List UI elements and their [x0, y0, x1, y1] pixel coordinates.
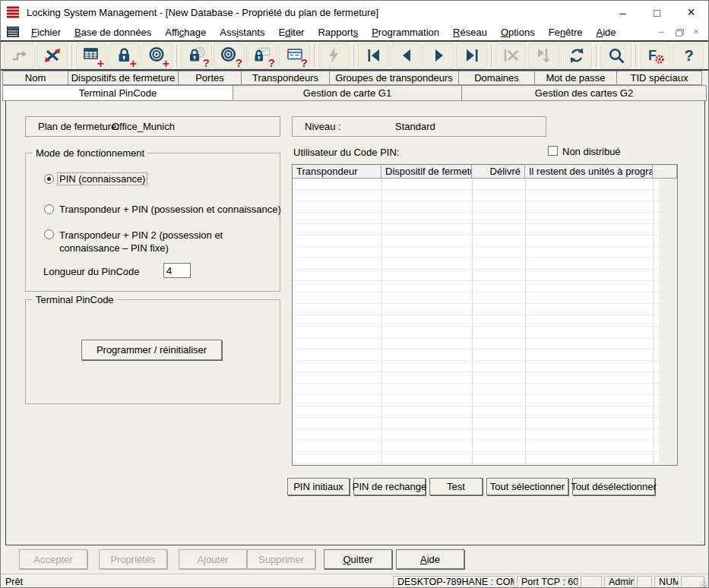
mdi-close-icon[interactable]: ×: [690, 27, 702, 37]
pin-de-rechange-button[interactable]: PIN de rechange: [353, 478, 426, 495]
menu-aide[interactable]: Aide: [590, 25, 623, 40]
menu-fenetre[interactable]: Fenêtre: [542, 25, 590, 40]
add-locking-device-icon[interactable]: +: [109, 43, 140, 68]
status-panel-empty-2: [637, 576, 652, 588]
mdi-restore-icon[interactable]: [673, 27, 685, 37]
window-title: Locking System Management - [New Databas…: [27, 7, 606, 18]
read-mifare-device-icon[interactable]: ?: [246, 43, 277, 68]
connect-icon: [4, 43, 35, 68]
question-badge: ?: [236, 57, 242, 69]
tab-terminal-pincode[interactable]: Terminal PinCode: [2, 85, 233, 101]
radio-pin[interactable]: [44, 174, 54, 184]
tab-row-2: Terminal PinCode Gestion de carte G1 Ges…: [2, 85, 706, 101]
read-network-icon[interactable]: ?: [279, 43, 310, 68]
toolbar-separator: [176, 44, 177, 67]
status-bar: Prêt DESKTOP-789HANE : COM(*) Port TCP :…: [1, 574, 708, 588]
tab-dispositifs-de-fermeture[interactable]: Dispositifs de fermeture: [68, 71, 179, 85]
menu-options[interactable]: Options: [494, 25, 542, 40]
jump-record-icon: [528, 43, 559, 68]
test-button[interactable]: Test: [429, 478, 483, 495]
quitter-button[interactable]: Quitter: [324, 549, 392, 569]
maximize-icon[interactable]: □: [640, 1, 674, 24]
non-distribue-label[interactable]: Non distribué: [562, 146, 621, 157]
col-transpondeur[interactable]: Transpondeur: [293, 165, 381, 179]
menu-affichage[interactable]: Affichage: [158, 25, 213, 40]
program-icon: [318, 43, 350, 68]
new-locking-plan-icon[interactable]: +: [76, 43, 107, 68]
plus-badge: +: [97, 58, 104, 70]
read-locking-device-icon[interactable]: ?: [181, 43, 212, 68]
tab-gestion-de-carte-g1[interactable]: Gestion de carte G1: [233, 85, 462, 101]
disconnect-icon[interactable]: [36, 43, 68, 68]
menu-rapports[interactable]: Rapports: [311, 25, 365, 40]
table-body[interactable]: [293, 179, 677, 465]
svg-text:?: ?: [684, 47, 693, 64]
col-delivre[interactable]: Délivré: [472, 165, 525, 179]
tout-selectionner-button[interactable]: Tout sélectionner: [486, 478, 568, 495]
menu-reseau[interactable]: Réseau: [446, 25, 494, 40]
filter-settings-icon[interactable]: F: [640, 43, 671, 68]
first-record-icon[interactable]: [358, 43, 389, 68]
status-com-port: DESKTOP-789HANE : COM(*): [393, 576, 514, 588]
mdi-document-icon: [7, 27, 20, 38]
menu-programmation[interactable]: Programmation: [365, 25, 446, 40]
aide-button[interactable]: Aide: [396, 549, 464, 569]
pin-length-label: Longueur du PinCode: [43, 266, 140, 277]
toolbar-separator: [71, 44, 72, 67]
tab-tid-speciaux[interactable]: TID spéciaux: [616, 71, 702, 85]
menu-assistants[interactable]: Assistants: [213, 25, 271, 40]
non-distribue-checkbox[interactable]: [548, 146, 558, 156]
question-badge: ?: [268, 57, 275, 69]
niveau-value: Standard: [395, 121, 435, 132]
radio-transpondeur-pin[interactable]: [44, 204, 54, 214]
menu-bar: Fichier Base de données Affichage Assist…: [1, 24, 708, 40]
next-record-icon[interactable]: [423, 43, 454, 68]
radio-transpondeur-pin2[interactable]: [44, 229, 54, 239]
help-icon[interactable]: ?: [673, 43, 704, 68]
menu-editer[interactable]: Editer: [271, 25, 311, 40]
terminal-group-title: Terminal PinCode: [33, 294, 117, 305]
refresh-icon[interactable]: [561, 43, 592, 68]
status-tcp-port: Port TCP : 6001: [517, 576, 578, 588]
col-il-restent[interactable]: Il restent des unités à programmer: [525, 165, 653, 179]
proprietes-button: Propriétés: [99, 549, 167, 569]
status-num-lock: NUM: [654, 576, 679, 588]
pin-length-input[interactable]: [163, 263, 191, 278]
radio-transpondeur-pin2-label[interactable]: Transpondeur + PIN 2 (possession et conn…: [59, 229, 274, 254]
minimize-icon[interactable]: –: [606, 1, 640, 24]
tab-transpondeurs[interactable]: Transpondeurs: [241, 71, 330, 85]
last-record-icon[interactable]: [456, 43, 487, 68]
close-icon[interactable]: ×: [674, 1, 708, 24]
question-badge: ?: [203, 57, 210, 69]
radio-pin-label[interactable]: PIN (connaissance): [57, 172, 147, 185]
menu-base-de-donnees[interactable]: Base de données: [68, 25, 158, 40]
tab-groupes-de-transpondeurs[interactable]: Groupes de transpondeurs: [329, 71, 459, 85]
toolbar-separator: [314, 44, 315, 67]
pin-users-table[interactable]: Transpondeur Dispositif de fermeture Dél…: [292, 164, 678, 466]
tab-nom[interactable]: Nom: [2, 71, 68, 85]
tab-content-terminal-pincode: Plan de fermeture: Office_Munich Niveau …: [5, 101, 705, 545]
tout-deselectionner-button[interactable]: Tout désélectionner: [572, 478, 655, 495]
status-ready: Prêt: [5, 577, 23, 587]
table-right-margin: [659, 179, 677, 465]
pin-initiaux-button[interactable]: PIN initiaux: [287, 478, 350, 495]
cancel-navigation-icon: [495, 43, 527, 68]
supprimer-button: Supprimer: [247, 549, 315, 569]
terminal-pincode-group: Terminal PinCode Programmer / réinitiali…: [25, 299, 280, 404]
toolbar-separator: [353, 44, 354, 67]
tab-portes[interactable]: Portes: [178, 71, 242, 85]
col-dispositif-de-fermeture[interactable]: Dispositif de fermeture: [381, 165, 472, 179]
previous-record-icon[interactable]: [391, 43, 422, 68]
tab-domaines[interactable]: Domaines: [458, 71, 535, 85]
add-transponder-icon[interactable]: +: [141, 43, 173, 68]
mdi-minimize-icon[interactable]: –: [655, 27, 667, 37]
search-icon[interactable]: [600, 43, 631, 68]
tab-row-1: Nom Dispositifs de fermeture Portes Tran…: [2, 71, 701, 85]
menu-fichier[interactable]: Fichier: [24, 25, 68, 40]
programmer-reinitialiser-button[interactable]: Programmer / réinitialiser: [81, 340, 222, 360]
read-transponder-icon[interactable]: ?: [214, 43, 245, 68]
radio-transpondeur-pin-label[interactable]: Transpondeur + PIN (possession et connai…: [59, 204, 281, 215]
tab-gestion-des-cartes-g2[interactable]: Gestion des cartes G2: [461, 85, 707, 101]
tab-mot-de-passe[interactable]: Mot de passe: [534, 71, 617, 85]
plan-de-fermeture-value: Office_Munich: [112, 121, 175, 132]
